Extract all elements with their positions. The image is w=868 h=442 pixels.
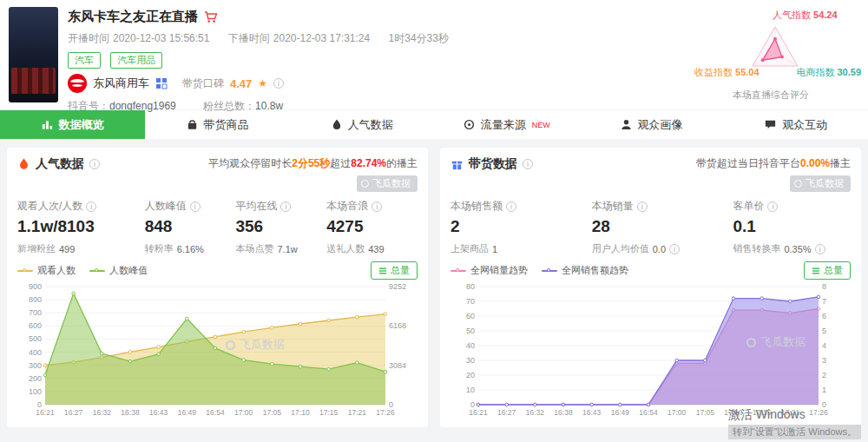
- total-toggle-button[interactable]: 总量: [371, 261, 418, 280]
- start-time: 2020-12-03 15:56:51: [113, 32, 209, 44]
- stat-value: 2: [450, 217, 592, 236]
- svg-text:16:27: 16:27: [64, 408, 83, 417]
- list-icon: [378, 267, 387, 275]
- flame-icon: [17, 157, 30, 171]
- svg-text:16:32: 16:32: [526, 408, 545, 417]
- svg-text:600: 600: [29, 321, 42, 330]
- panel-title: 人气数据: [36, 156, 84, 172]
- star-icon: ★: [258, 77, 267, 89]
- popularity-panel: 人气数据 平均观众停留时长2分55秒超过82.74%的播主 飞瓜数据 观看人次/…: [7, 148, 428, 427]
- total-toggle-button[interactable]: 总量: [804, 261, 851, 280]
- stat-value: 356: [235, 217, 326, 236]
- flame-icon: [331, 118, 343, 131]
- reputation-label: 带货口碑: [182, 76, 224, 91]
- tab-popularity[interactable]: 人气数据: [289, 110, 434, 139]
- sales-panel: 带货数据 带货超过当日抖音平台0.00%播主 飞瓜数据 本场销售额 2 上架商品…: [440, 148, 861, 427]
- svg-text:30: 30: [466, 356, 475, 365]
- info-icon[interactable]: [767, 201, 778, 212]
- stat-sales-amount: 本场销售额 2 上架商品1: [450, 199, 592, 255]
- stat-value: 0.1: [733, 217, 851, 236]
- sales-summary: 带货超过当日抖音平台0.00%播主: [696, 156, 851, 171]
- sales-legend: 全网销量趋势 全网销售额趋势: [450, 264, 628, 277]
- svg-text:500: 500: [29, 334, 42, 343]
- svg-text:80: 80: [466, 282, 475, 291]
- stat-sales-volume: 本场销量 28 用户人均价值0.0: [592, 199, 733, 255]
- popularity-summary: 平均观众停留时长2分55秒超过82.74%的播主: [208, 156, 418, 171]
- svg-text:16:43: 16:43: [149, 408, 168, 417]
- svg-text:200: 200: [29, 374, 42, 383]
- info-icon[interactable]: [815, 244, 825, 254]
- svg-text:60: 60: [466, 312, 475, 320]
- tab-audience-profile[interactable]: 观众画像: [579, 110, 724, 139]
- cart-icon: [204, 10, 218, 24]
- info-icon[interactable]: [190, 201, 201, 212]
- svg-text:16:49: 16:49: [178, 408, 197, 417]
- radar-chart: 人气指数 54.24 收益指数 55.04 电商指数 30.59 本场直播综合评…: [693, 2, 863, 108]
- legend-marker: [17, 270, 33, 272]
- dongfeng-logo-icon: [68, 74, 87, 93]
- info-icon[interactable]: [372, 201, 382, 212]
- grade-badge-icon: [155, 77, 168, 89]
- stat-peak: 人数峰值 848 转粉率6.16%: [145, 199, 236, 255]
- info-icon[interactable]: [280, 201, 291, 212]
- svg-text:6168: 6168: [389, 321, 406, 330]
- svg-text:100: 100: [29, 387, 42, 396]
- tag-auto[interactable]: 汽车: [68, 52, 101, 69]
- bar-chart-icon: [41, 119, 54, 131]
- info-icon[interactable]: [637, 201, 648, 212]
- legend-viewers[interactable]: 观看人数: [17, 264, 76, 277]
- svg-text:900: 900: [29, 282, 42, 291]
- svg-text:16:54: 16:54: [206, 408, 225, 417]
- person-icon: [620, 118, 633, 131]
- tab-traffic-source[interactable]: 流量来源NEW: [434, 110, 579, 139]
- tab-products[interactable]: 带货商品: [145, 110, 290, 139]
- traffic-source-icon: [463, 118, 476, 131]
- svg-text:400: 400: [29, 348, 42, 357]
- tab-data-overview[interactable]: 数据概览: [0, 110, 145, 139]
- svg-text:17:00: 17:00: [667, 408, 687, 417]
- live-cover-thumbnail[interactable]: [9, 7, 58, 102]
- info-icon[interactable]: [86, 201, 96, 212]
- svg-text:17:26: 17:26: [376, 408, 395, 417]
- account-name[interactable]: 东风商用车: [93, 76, 149, 91]
- popularity-chart[interactable]: 0100200300400500600700800900030846168925…: [17, 281, 418, 421]
- popularity-legend: 观看人数 人数峰值: [17, 264, 148, 277]
- svg-text:7: 7: [822, 297, 826, 306]
- info-icon[interactable]: [669, 244, 680, 254]
- radar-metric-ecommerce: 电商指数 30.59: [796, 66, 861, 79]
- info-icon[interactable]: [506, 201, 516, 212]
- stat-value: 4275: [326, 217, 418, 236]
- info-icon[interactable]: [89, 159, 100, 169]
- stat-value: 1.1w/8103: [17, 217, 145, 236]
- svg-text:9252: 9252: [389, 282, 406, 291]
- svg-text:16:38: 16:38: [554, 408, 573, 417]
- svg-text:8: 8: [822, 282, 826, 291]
- svg-text:2: 2: [822, 371, 826, 379]
- end-time: 2020-12-03 17:31:24: [273, 32, 370, 44]
- legend-amount-trend[interactable]: 全网销售额趋势: [542, 264, 628, 277]
- svg-text:16:21: 16:21: [469, 408, 488, 417]
- legend-volume-trend[interactable]: 全网销量趋势: [450, 264, 528, 277]
- svg-text:3084: 3084: [389, 361, 406, 370]
- info-icon[interactable]: [273, 78, 284, 89]
- svg-text:1: 1: [822, 386, 826, 394]
- svg-text:16:49: 16:49: [611, 408, 630, 417]
- tab-audience-interaction[interactable]: 观众互动: [723, 110, 868, 139]
- radar-metric-popularity: 人气指数 54.24: [773, 9, 838, 22]
- svg-text:16:43: 16:43: [582, 408, 602, 417]
- tag-auto-supplies[interactable]: 汽车用品: [110, 52, 162, 69]
- svg-text:700: 700: [29, 308, 42, 317]
- info-icon[interactable]: [523, 159, 533, 169]
- stat-avg-online: 平均在线 356 本场点赞7.1w: [235, 199, 326, 255]
- sales-chart[interactable]: 0102030405060708001234567816:2116:2716:3…: [450, 281, 851, 421]
- stat-unit-price: 客单价 0.1 销售转换率0.35%: [733, 199, 851, 255]
- legend-marker: [542, 270, 557, 272]
- svg-text:40: 40: [466, 341, 475, 350]
- new-badge: NEW: [532, 121, 550, 129]
- svg-text:17:15: 17:15: [319, 408, 339, 417]
- legend-peak[interactable]: 人数峰值: [89, 264, 148, 277]
- stat-views: 观看人次/人数 1.1w/8103 新增粉丝499: [17, 199, 145, 255]
- svg-text:50: 50: [466, 327, 475, 335]
- reputation-score: 4.47: [230, 77, 252, 90]
- svg-text:17:10: 17:10: [291, 408, 310, 417]
